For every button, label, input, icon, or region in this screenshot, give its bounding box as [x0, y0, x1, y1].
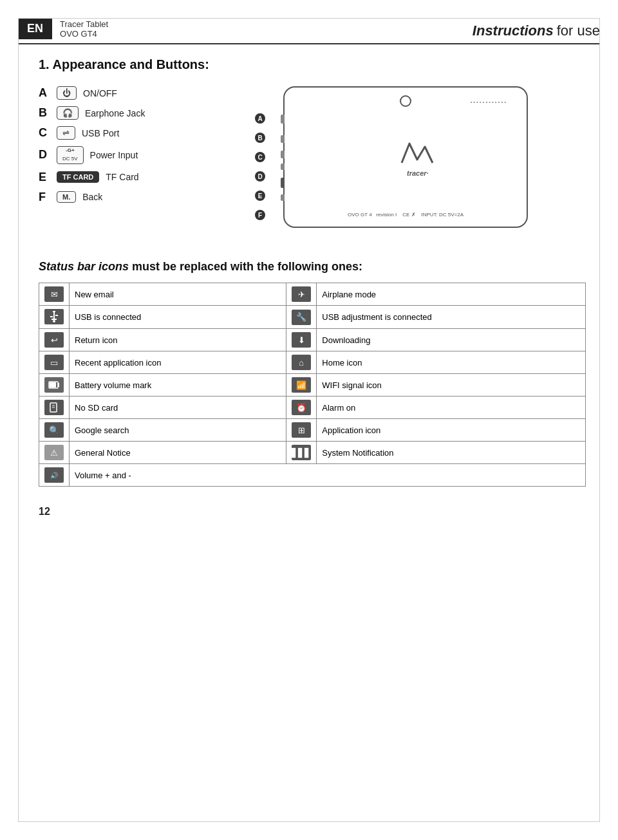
icon-cell-battery: [39, 374, 70, 397]
notice-icon: ⚠: [44, 445, 64, 460]
nosd-icon: [44, 400, 64, 415]
label-usb-connected: USB is connected: [70, 306, 286, 329]
page-header: EN Tracer Tablet OVO GT4 Instructions fo…: [18, 18, 600, 44]
app-icon: ⊞: [292, 422, 311, 438]
label-text-a: ON/OFF: [83, 88, 117, 98]
svg-rect-7: [58, 383, 59, 387]
label-general-notice: General Notice: [70, 442, 286, 464]
title-normal: for use: [557, 23, 600, 39]
tfcard-label: TF CARD: [62, 173, 93, 181]
label-row-c: C ⇌ USB Port: [39, 126, 206, 140]
icon-box-usb: ⇌: [57, 126, 75, 140]
icon-cell-usb-adj: 🔧: [286, 306, 317, 329]
label-system-notification: System Notification: [317, 442, 586, 464]
label-row-e: E TF CARD TF Card: [39, 171, 206, 184]
side-label-f: F: [255, 210, 265, 220]
letter-d: D: [39, 148, 50, 162]
label-row-d: D -G+ DC 5V Power Input: [39, 146, 206, 164]
button-d-physical: [281, 163, 285, 170]
back-key-label: M.: [62, 193, 70, 201]
wifi-icon: 📶: [292, 377, 311, 393]
button-a-physical: [281, 115, 285, 124]
label-row-f: F M. Back: [39, 191, 206, 204]
letter-b: B: [39, 106, 50, 120]
airplane-icon: ✈: [292, 286, 311, 302]
label-volume: Volume + and -: [70, 464, 586, 487]
label-wifi: WIFI signal icon: [317, 374, 586, 397]
circle-f: F: [255, 210, 265, 220]
table-row: 🔊 Volume + and -: [39, 464, 586, 487]
label-recent-app: Recent application icon: [70, 351, 286, 374]
label-new-email: New email: [70, 283, 286, 306]
svg-rect-1: [53, 312, 55, 319]
label-home-icon: Home icon: [317, 351, 586, 374]
page-number: 12: [39, 506, 618, 518]
volume-icon: 🔊: [44, 467, 64, 483]
bottom-text-content: OVO GT 4 revision I CE ✗ INPUT: DC 5V=2A: [348, 212, 464, 218]
table-row: ▭ Recent application icon ⌂ Home icon: [39, 351, 586, 374]
onoff-icon: ⏻: [62, 88, 71, 98]
table-row: ⚠ General Notice ▋▋▋ System Notification: [39, 442, 586, 464]
circle-e: E: [255, 191, 265, 201]
table-row: Battery volume mark 📶 WIFI signal icon: [39, 374, 586, 397]
circle-d: D: [255, 171, 265, 182]
svg-rect-0: [53, 311, 55, 312]
recent-app-icon: ▭: [44, 355, 64, 370]
label-airplane-mode: Airplane mode: [317, 283, 586, 306]
alarm-icon: ⏰: [292, 400, 311, 415]
side-label-a: A: [255, 113, 265, 124]
label-nosd: No SD card: [70, 397, 286, 419]
button-f-physical: [281, 194, 285, 201]
main-content: 1. Appearance and Buttons: A ⏻ ON/OFF B …: [39, 57, 586, 487]
usb-icon: ⇌: [62, 128, 70, 138]
label-row-b: B 🎧 Earphone Jack: [39, 106, 206, 120]
label-text-d: Power Input: [90, 150, 138, 160]
usb-adjustment-icon: 🔧: [292, 310, 311, 325]
section2-heading: Status bar icons must be replaced with t…: [39, 260, 586, 274]
button-e-physical: [281, 178, 285, 188]
usb-connected-icon: [44, 309, 64, 324]
table-row: ↩ Return icon ⬇ Downloading: [39, 329, 586, 351]
icon-cell-notice: ⚠: [39, 442, 70, 464]
table-row: USB is connected 🔧 USB adjustment is con…: [39, 306, 586, 329]
title-bold: Instructions: [473, 23, 554, 39]
icon-cell-return: ↩: [39, 329, 70, 351]
device-name: Tracer Tablet: [60, 19, 473, 29]
icon-cell-google: 🔍: [39, 419, 70, 442]
power-icon-top: -G+: [66, 148, 75, 154]
google-search-icon: 🔍: [44, 422, 64, 438]
label-return-icon: Return icon: [70, 329, 286, 351]
letter-e: E: [39, 171, 50, 184]
tablet-speaker-dots: ••••••••••••: [470, 99, 507, 105]
table-row: 🔍 Google search ⊞ Application icon: [39, 419, 586, 442]
icon-cell-wifi: 📶: [286, 374, 317, 397]
svg-rect-8: [50, 382, 56, 387]
svg-rect-4: [52, 319, 57, 320]
battery-icon: [44, 377, 64, 393]
section2-heading-normal: must be replaced with the following ones…: [132, 260, 362, 273]
label-text-e: TF Card: [106, 172, 138, 182]
return-icon: ↩: [44, 332, 64, 348]
letter-c: C: [39, 126, 50, 140]
tablet-body: •••••••••••• tracer· OVO GT 4 revision I…: [283, 86, 528, 228]
label-alarm: Alarm on: [317, 397, 586, 419]
label-downloading: Downloading: [317, 329, 586, 351]
icons-table: ✉ New email ✈ Airplane mode: [39, 283, 586, 487]
icon-box-onoff: ⏻: [57, 86, 77, 100]
svg-point-5: [53, 320, 55, 322]
label-text-f: Back: [82, 192, 102, 202]
icon-cell-app: ⊞: [286, 419, 317, 442]
label-row-a: A ⏻ ON/OFF: [39, 86, 206, 100]
side-label-b: B: [255, 133, 265, 143]
system-notification-icon: ▋▋▋: [292, 445, 311, 460]
device-info: Tracer Tablet OVO GT4: [60, 18, 473, 39]
label-google-search: Google search: [70, 419, 286, 442]
language-badge: EN: [18, 18, 52, 39]
page-border-bottom: [18, 821, 600, 822]
label-app-icon: Application icon: [317, 419, 586, 442]
power-icon-bottom: DC 5V: [62, 156, 78, 162]
icon-box-earphone: 🎧: [57, 106, 79, 120]
letter-a: A: [39, 86, 50, 100]
tablet-bottom-text: OVO GT 4 revision I CE ✗ INPUT: DC 5V=2A: [348, 212, 464, 218]
email-icon: ✉: [44, 286, 64, 302]
